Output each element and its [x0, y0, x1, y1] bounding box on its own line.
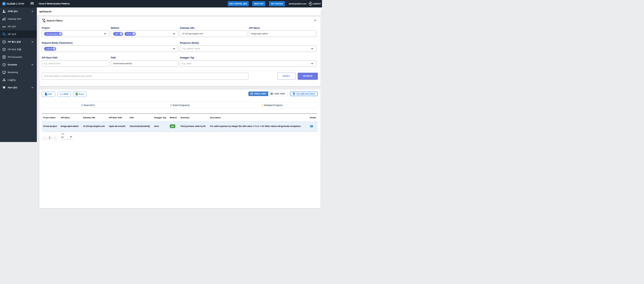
svg-text:Z: Z [3, 2, 5, 5]
svg-text:x: x [76, 93, 77, 95]
svg-text:API: API [2, 25, 6, 28]
